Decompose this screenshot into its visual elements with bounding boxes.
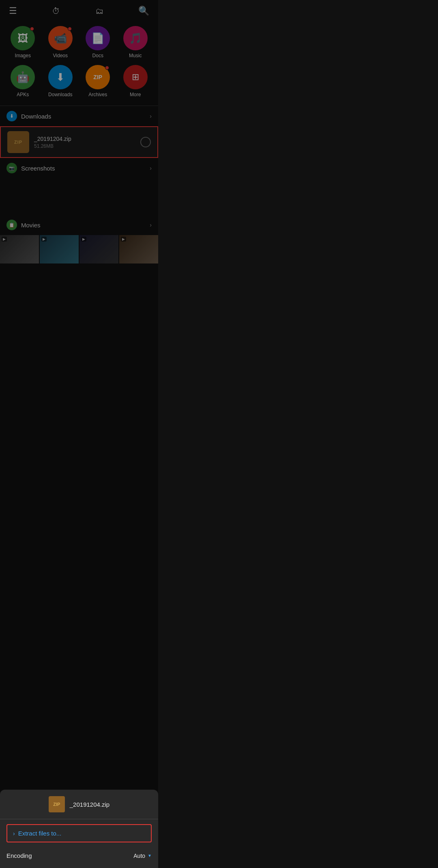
bottom-sheet-overlay[interactable] [0,0,158,313]
